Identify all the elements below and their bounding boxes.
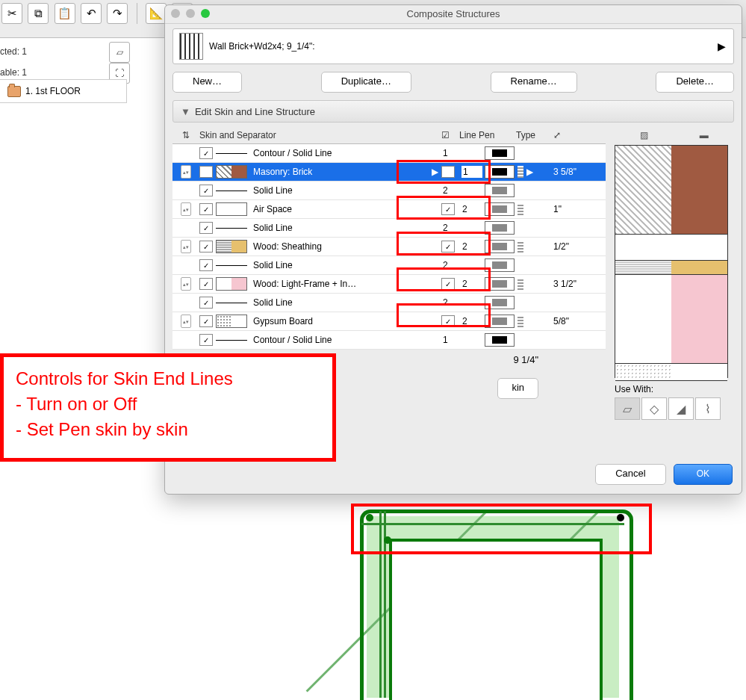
minimize-icon[interactable] [186,9,195,18]
zoom-icon[interactable] [201,9,210,18]
endline-checkbox[interactable]: ✓ [441,278,455,290]
reorder-handle-icon[interactable]: ▴▾ [181,165,191,179]
col-skin[interactable]: Skin and Separator [199,130,441,140]
visibility-checkbox[interactable]: ✓ [199,297,213,309]
table-row[interactable]: ▴▾✓Wood: Light-Frame + In…✓23 1/2" [172,275,606,294]
close-icon[interactable] [171,9,180,18]
table-row[interactable]: ▴▾✓Gypsum Board✓25/8" [172,312,606,331]
col-linepen[interactable]: Line Pen [459,130,516,140]
visibility-checkbox[interactable]: ✓ [199,222,213,234]
ok-button[interactable]: OK [674,464,733,485]
fill-swatch[interactable] [216,240,247,253]
reorder-handle-icon[interactable]: ▴▾ [181,277,191,291]
endline-checkbox[interactable]: ✓ [441,203,455,215]
pen-value[interactable]: 2 [461,315,482,327]
section-header[interactable]: ▼ Edit Skin and Line Structure [172,100,734,123]
pen-value[interactable]: 2 [461,278,482,290]
table-row[interactable]: ✓Solid Line2 [172,182,606,200]
skin-type[interactable] [515,203,549,215]
navigator-item[interactable]: 1. 1st FLOOR [0,79,127,103]
new-button[interactable]: New… [172,72,242,93]
use-with-shell-icon[interactable]: ⌇ [695,397,721,420]
visibility-checkbox[interactable]: ✓ [199,259,213,271]
wall-tool-icon[interactable]: ▱ [109,42,130,63]
visibility-checkbox[interactable]: ✓ [199,203,213,215]
pen-swatch[interactable] [485,296,515,309]
undo-icon[interactable]: ↶ [81,3,102,24]
visibility-checkbox[interactable]: ✓ [199,241,213,253]
table-row[interactable]: ▴▾✓Air Space✓21" [172,200,606,219]
line-preview [216,265,247,266]
copy-icon[interactable]: ⧉ [28,3,49,24]
sort-icon[interactable]: ⇅ [172,130,199,140]
cancel-button[interactable]: Cancel [595,464,665,485]
pen-value[interactable]: 2 [441,297,462,309]
table-row[interactable]: ✓Contour / Solid Line1 [172,331,606,350]
cut-icon[interactable]: ✂ [1,3,22,24]
table-row[interactable]: ▴▾✓Masonry: Brick▶✓1▶3 5/8" [172,163,606,182]
reorder-handle-icon[interactable]: ▴▾ [181,315,191,328]
pen-swatch[interactable] [485,221,515,235]
table-row[interactable]: ▴▾✓Wood: Sheathing✓21/2" [172,238,606,256]
pen-swatch[interactable] [485,240,515,253]
delete-button[interactable]: Delete… [656,72,734,93]
duplicate-button[interactable]: Duplicate… [321,72,411,93]
pen-value[interactable]: 2 [461,203,482,215]
table-row[interactable]: ✓Solid Line2 [172,219,606,238]
visibility-checkbox[interactable]: ✓ [199,315,213,327]
pen-value[interactable]: 1 [461,165,483,179]
visibility-checkbox[interactable]: ✓ [199,185,213,196]
pen-swatch[interactable] [485,277,515,291]
endline-checkbox[interactable]: ✓ [441,315,455,327]
visibility-checkbox[interactable]: ✓ [199,334,213,346]
disclosure-triangle-icon: ▼ [181,106,190,117]
visibility-checkbox[interactable]: ✓ [199,147,213,159]
skin-type[interactable] [515,315,549,327]
use-with-roof-icon[interactable]: ◢ [668,397,694,420]
skin-type[interactable] [515,278,549,290]
rename-button[interactable]: Rename… [491,72,577,93]
pen-value[interactable]: 1 [441,334,462,346]
pen-swatch[interactable] [485,165,515,179]
reorder-handle-icon[interactable]: ▴▾ [181,240,191,253]
paste-icon[interactable]: 📋 [55,3,75,24]
pen-value[interactable]: 2 [441,222,462,234]
fill-swatch[interactable] [216,202,247,216]
pen-value[interactable]: 2 [461,241,482,253]
insert-skin-button[interactable]: kin [497,378,538,399]
thickness-value[interactable]: 3 5/8" [549,167,606,177]
measure-icon[interactable]: 📐 [146,3,167,24]
thickness-value[interactable]: 1/2" [549,241,606,252]
use-with-wall-icon[interactable]: ▱ [615,397,640,420]
skin-type[interactable]: ▶ [515,166,549,178]
pen-value[interactable]: 1 [441,147,462,159]
fill-swatch[interactable] [216,277,247,291]
use-with-slab-icon[interactable]: ◇ [641,397,667,420]
preview-panel: ▨ ▬ Use With: ▱ ◇ ◢ ⌇ [615,127,734,420]
col-type[interactable]: Type [516,130,553,140]
skin-type[interactable] [515,241,549,253]
thickness-value[interactable]: 3 1/2" [549,279,606,289]
table-row[interactable]: ✓Contour / Solid Line1 [172,144,606,163]
composite-selector[interactable]: Wall Brick+Wd2x4; 9_1/4": ▶ [172,28,734,64]
endline-checkbox[interactable]: ✓ [441,241,455,253]
pen-swatch[interactable] [485,258,515,272]
pen-value[interactable]: 2 [441,185,462,196]
pen-swatch[interactable] [485,184,515,197]
reorder-handle-icon[interactable]: ▴▾ [181,202,191,216]
table-row[interactable]: ✓Solid Line2 [172,294,606,312]
fill-swatch[interactable] [216,315,247,328]
endline-checkbox[interactable]: ✓ [441,166,455,178]
visibility-checkbox[interactable]: ✓ [199,166,213,178]
fill-swatch[interactable] [216,165,247,179]
redo-icon[interactable]: ↷ [107,3,128,24]
pen-swatch[interactable] [485,333,515,347]
pen-swatch[interactable] [485,202,515,216]
pen-value[interactable]: 2 [441,259,462,271]
visibility-checkbox[interactable]: ✓ [199,278,213,290]
table-row[interactable]: ✓Solid Line2 [172,256,606,275]
pen-swatch[interactable] [485,315,515,328]
pen-swatch[interactable] [485,146,515,160]
thickness-value[interactable]: 1" [549,204,606,214]
thickness-value[interactable]: 5/8" [549,316,606,326]
